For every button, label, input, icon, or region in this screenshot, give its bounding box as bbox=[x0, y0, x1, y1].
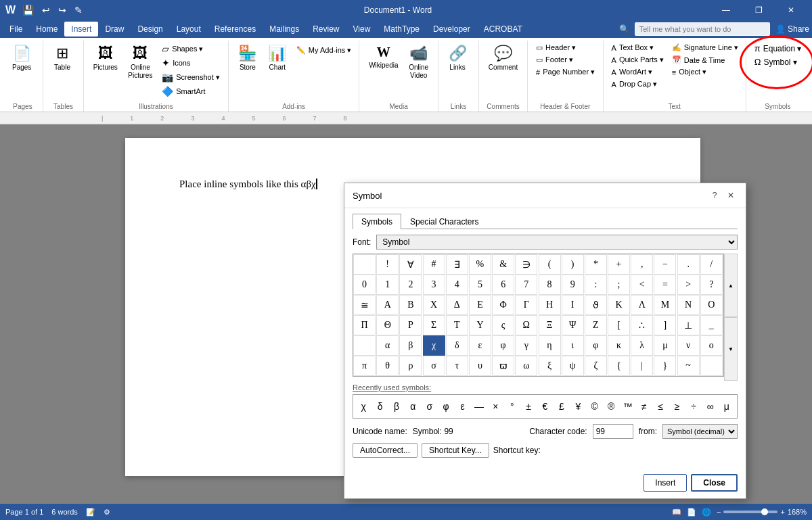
signature-btn[interactable]: ✍ Signature Line ▾ bbox=[669, 42, 741, 53]
store-btn[interactable]: 🏪 Store bbox=[234, 42, 261, 74]
symbol-cell[interactable]: = bbox=[654, 275, 676, 295]
symbol-cell[interactable]: φ bbox=[492, 335, 514, 356]
char-code-input[interactable] bbox=[593, 424, 633, 439]
symbol-cell[interactable]: , bbox=[631, 254, 653, 275]
menu-insert[interactable]: Insert bbox=[64, 22, 98, 37]
my-addins-btn[interactable]: ✏️ My Add-ins ▾ bbox=[294, 45, 354, 56]
tab-symbols[interactable]: Symbols bbox=[353, 214, 401, 229]
symbol-cell[interactable]: Θ bbox=[376, 315, 399, 335]
recent-symbol[interactable]: σ bbox=[422, 398, 437, 415]
symbol-cell[interactable]: ξ bbox=[539, 356, 561, 376]
symbol-cell[interactable]: ∴ bbox=[631, 315, 653, 335]
symbol-cell[interactable]: Β bbox=[399, 295, 422, 315]
menu-layout[interactable]: Layout bbox=[170, 22, 208, 37]
symbol-cell[interactable]: ≅ bbox=[353, 295, 376, 315]
shapes-btn[interactable]: ▱ Shapes ▾ bbox=[159, 42, 223, 55]
symbol-cell[interactable] bbox=[353, 254, 376, 275]
recent-symbol[interactable]: ¥ bbox=[570, 398, 585, 415]
symbol-dialog[interactable]: Symbol ? ✕ Symbols Special Characters Fo… bbox=[344, 183, 746, 499]
symbol-cell[interactable]: Ψ bbox=[562, 315, 584, 335]
menu-home[interactable]: Home bbox=[29, 22, 64, 37]
recent-symbol[interactable]: ≤ bbox=[653, 398, 668, 415]
symbol-cell[interactable]: Μ bbox=[654, 295, 676, 315]
object-btn[interactable]: ≡ Object ▾ bbox=[669, 66, 741, 78]
symbol-cell[interactable]: { bbox=[608, 356, 630, 376]
symbol-cell[interactable]: Ν bbox=[677, 295, 700, 315]
symbol-cell[interactable]: % bbox=[469, 254, 491, 275]
symbol-cell[interactable]: τ bbox=[446, 356, 468, 376]
grid-scroll-down-btn[interactable]: ▼ bbox=[724, 317, 738, 381]
symbol-cell-selected[interactable]: χ bbox=[423, 335, 445, 356]
share-btn[interactable]: 👤 Share bbox=[775, 24, 809, 34]
grid-scroll-up-btn[interactable]: ▲ bbox=[724, 254, 738, 317]
menu-developer[interactable]: Developer bbox=[426, 22, 477, 37]
symbol-cell[interactable]: ο bbox=[700, 335, 723, 356]
symbol-cell[interactable]: ν bbox=[677, 335, 700, 356]
symbol-cell[interactable]: φ bbox=[585, 335, 607, 356]
recent-symbol[interactable]: χ bbox=[356, 398, 371, 415]
symbol-cell[interactable]: 7 bbox=[515, 275, 537, 295]
symbol-cell[interactable]: Η bbox=[539, 295, 561, 315]
menu-mathtype[interactable]: MathType bbox=[377, 22, 426, 37]
symbol-cell[interactable]: > bbox=[677, 275, 700, 295]
symbol-cell[interactable]: Ω bbox=[515, 315, 537, 335]
tell-me-input[interactable] bbox=[635, 22, 770, 36]
symbol-cell[interactable]: . bbox=[677, 254, 700, 275]
symbol-cell[interactable]: Α bbox=[376, 295, 399, 315]
symbol-cell[interactable]: σ bbox=[423, 356, 445, 376]
symbol-cell[interactable]: 3 bbox=[423, 275, 445, 295]
symbol-cell[interactable]: 1 bbox=[376, 275, 399, 295]
date-time-btn[interactable]: 📅 Date & Time bbox=[669, 54, 741, 66]
symbol-cell[interactable]: Τ bbox=[446, 315, 468, 335]
menu-mailings[interactable]: Mailings bbox=[263, 22, 306, 37]
symbol-cell[interactable]: ∋ bbox=[515, 254, 537, 275]
menu-references[interactable]: References bbox=[208, 22, 263, 37]
recent-symbol[interactable]: ° bbox=[505, 398, 520, 415]
shortcut-key-btn[interactable]: Shortcut Key... bbox=[422, 443, 489, 458]
symbol-cell[interactable]: Χ bbox=[423, 295, 445, 315]
symbol-cell[interactable]: μ bbox=[654, 335, 676, 356]
symbol-cell[interactable]: Ε bbox=[469, 295, 491, 315]
smartart-btn[interactable]: 🔷 SmartArt bbox=[159, 85, 223, 98]
symbol-cell[interactable]: _ bbox=[700, 315, 723, 335]
symbol-btn[interactable]: Ω Symbol ▾ bbox=[752, 55, 805, 68]
quick-parts-btn[interactable]: A Quick Parts ▾ bbox=[609, 54, 667, 66]
symbol-cell[interactable]: & bbox=[492, 254, 514, 275]
save-quick-btn[interactable]: 💾 bbox=[20, 5, 37, 16]
header-btn[interactable]: ▭ Header ▾ bbox=[533, 42, 597, 53]
textbox-btn[interactable]: A Text Box ▾ bbox=[609, 42, 667, 53]
pages-btn[interactable]: 📄 Pages bbox=[8, 42, 35, 74]
recent-symbol[interactable]: © bbox=[587, 398, 602, 415]
from-select[interactable]: Symbol (decimal) bbox=[662, 424, 738, 439]
symbol-cell[interactable]: * bbox=[585, 254, 607, 275]
symbol-cell[interactable]: Κ bbox=[608, 295, 630, 315]
symbol-cell[interactable]: Ζ bbox=[585, 315, 607, 335]
maximize-btn[interactable]: ❐ bbox=[743, 0, 774, 20]
symbol-cell[interactable]: Π bbox=[353, 315, 376, 335]
zoom-level[interactable]: 168% bbox=[788, 508, 807, 516]
symbol-cell[interactable]: # bbox=[423, 254, 445, 275]
symbol-cell[interactable]: } bbox=[654, 356, 676, 376]
chart-btn[interactable]: 📊 Chart bbox=[264, 42, 291, 74]
recent-symbol[interactable]: α bbox=[405, 398, 420, 415]
recent-symbol[interactable]: φ bbox=[438, 398, 453, 415]
recent-symbol[interactable]: δ bbox=[372, 398, 387, 415]
menu-review[interactable]: Review bbox=[306, 22, 346, 37]
symbol-cell[interactable]: γ bbox=[515, 335, 537, 356]
symbol-cell[interactable]: 9 bbox=[562, 275, 584, 295]
minimize-btn[interactable]: — bbox=[710, 0, 742, 20]
symbol-cell[interactable]: : bbox=[585, 275, 607, 295]
symbol-cell[interactable]: δ bbox=[446, 335, 468, 356]
icons-btn[interactable]: ✦ Icons bbox=[159, 56, 223, 70]
symbol-cell[interactable]: ~ bbox=[677, 356, 700, 376]
recent-symbol[interactable]: μ bbox=[719, 398, 734, 415]
symbol-cell[interactable]: | bbox=[631, 356, 653, 376]
symbol-cell[interactable]: + bbox=[608, 254, 630, 275]
wikipedia-btn[interactable]: W Wikipedia bbox=[365, 42, 402, 72]
symbol-cell[interactable]: Υ bbox=[469, 315, 491, 335]
symbol-cell[interactable]: Ξ bbox=[539, 315, 561, 335]
pictures-btn[interactable]: 🖼 Pictures bbox=[89, 42, 122, 74]
symbol-cell[interactable]: ! bbox=[376, 254, 399, 275]
menu-draw[interactable]: Draw bbox=[98, 22, 131, 37]
symbol-cell[interactable]: ∀ bbox=[399, 254, 422, 275]
